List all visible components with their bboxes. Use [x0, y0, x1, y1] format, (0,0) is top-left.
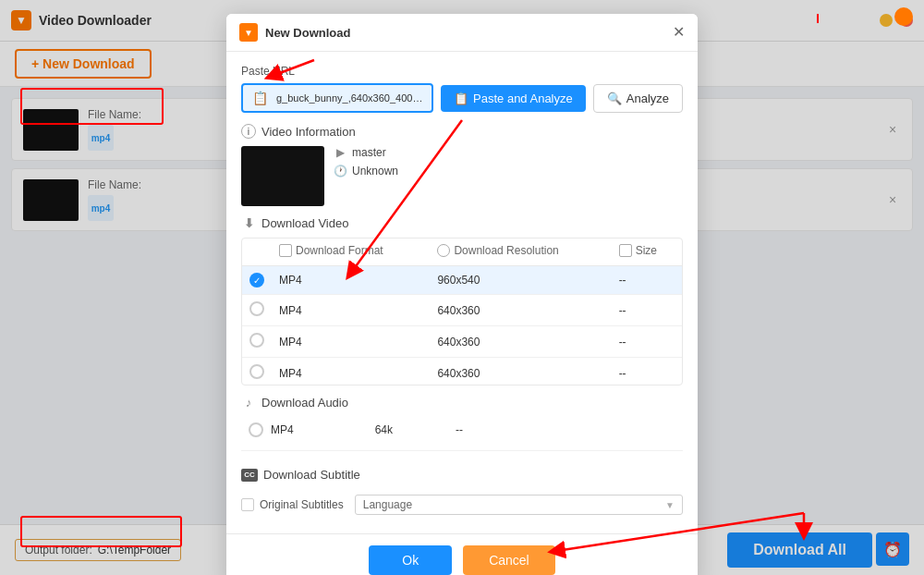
modal-body: Paste URL 📋 📋 Paste and Analyze 🔍 Analyz…: [226, 52, 698, 533]
resolution-col-header: Download Resolution: [437, 244, 558, 257]
th-size: Size: [612, 239, 682, 266]
paste-analyze-icon: 📋: [454, 92, 468, 105]
video-title-value: master: [352, 146, 386, 159]
download-subtitle-section: CC Download Subtitle Original Subtitles …: [241, 450, 683, 520]
language-label: Language: [363, 498, 412, 511]
cc-icon: CC: [241, 469, 258, 482]
download-subtitle-header: CC Download Subtitle: [241, 468, 683, 482]
url-input-row: 📋 📋 Paste and Analyze 🔍 Analyze: [241, 83, 683, 113]
resolution-th-icon: [437, 244, 450, 257]
url-label: Paste URL: [241, 65, 683, 78]
th-select: [242, 239, 272, 266]
video-title-icon: ▶: [334, 146, 346, 159]
download-subtitle-title: Download Subtitle: [263, 468, 360, 482]
download-video-table: Download Format Download Resolution: [242, 239, 682, 385]
table-row[interactable]: MP4 640x360 --: [242, 295, 682, 326]
download-audio-section: ♪ Download Audio MP4 64k --: [241, 395, 683, 443]
paste-area-icon: 📋: [247, 85, 273, 111]
download-video-icon: ⬇: [241, 215, 256, 230]
td-format-2: MP4: [272, 326, 430, 358]
modal-logo-icon: ▼: [239, 23, 258, 42]
td-format-1: MP4: [272, 295, 430, 326]
audio-format: MP4: [271, 423, 294, 436]
subtitle-row: Original Subtitles Language ▼: [241, 489, 683, 520]
new-download-modal: ▼ New Download ✕ Paste URL 📋 📋 Paste and…: [226, 14, 698, 575]
table-header-row: Download Format Download Resolution: [242, 239, 682, 266]
analyze-button[interactable]: 🔍 Analyze: [593, 84, 683, 113]
video-meta: ▶ master 🕐 Unknown: [334, 146, 683, 206]
td-resolution-3: 640x360: [430, 358, 611, 386]
audio-quality: 64k: [375, 423, 393, 436]
paste-analyze-label: Paste and Analyze: [473, 92, 573, 105]
td-radio-selected[interactable]: [242, 266, 272, 295]
video-info-row: ▶ master 🕐 Unknown: [241, 146, 683, 206]
download-video-title: Download Video: [261, 216, 348, 230]
download-audio-header: ♪ Download Audio: [241, 395, 683, 410]
analyze-label: Analyze: [626, 92, 669, 105]
video-duration-row: 🕐 Unknown: [334, 165, 683, 177]
format-col-header: Download Format: [279, 244, 383, 257]
video-title-row: ▶ master: [334, 146, 683, 159]
url-input[interactable]: [273, 89, 428, 107]
audio-row[interactable]: MP4 64k --: [241, 417, 683, 443]
modal-titlebar: ▼ New Download ✕: [226, 14, 698, 52]
modal-footer: Ok Cancel: [226, 533, 698, 575]
td-size-3: --: [612, 358, 682, 386]
th-resolution: Download Resolution: [430, 239, 611, 266]
download-audio-title: Download Audio: [261, 396, 348, 410]
info-icon: i: [241, 124, 256, 139]
url-section: Paste URL 📋 📋 Paste and Analyze 🔍 Analyz…: [241, 65, 683, 113]
td-radio-3[interactable]: [242, 358, 272, 386]
download-video-table-container[interactable]: Download Format Download Resolution: [241, 238, 683, 385]
size-th-icon: [619, 244, 632, 257]
td-radio-1[interactable]: [242, 295, 272, 326]
audio-radio[interactable]: [249, 422, 263, 437]
td-size-0: --: [612, 266, 682, 295]
download-video-header: ⬇ Download Video: [241, 215, 683, 230]
dropdown-chevron-icon: ▼: [665, 500, 675, 510]
table-row[interactable]: MP4 640x360 --: [242, 358, 682, 386]
td-resolution-1: 640x360: [430, 295, 611, 326]
checkbox-icon[interactable]: [241, 498, 254, 511]
td-format-3: MP4: [272, 358, 430, 386]
table-head: Download Format Download Resolution: [242, 239, 682, 266]
th-format: Download Format: [272, 239, 430, 266]
clock-icon: 🕐: [334, 165, 346, 177]
video-thumbnail: [241, 146, 324, 206]
modal-close-button[interactable]: ✕: [673, 25, 685, 40]
video-info-header: i Video Information: [241, 124, 683, 139]
video-duration-value: Unknown: [352, 165, 398, 177]
td-resolution-0: 960x540: [430, 266, 611, 295]
td-radio-2[interactable]: [242, 326, 272, 358]
table-row[interactable]: MP4 960x540 --: [242, 266, 682, 295]
td-format-0: MP4: [272, 266, 430, 295]
modal-overlay: ▼ New Download ✕ Paste URL 📋 📋 Paste and…: [0, 0, 924, 575]
td-size-2: --: [612, 326, 682, 358]
video-info-title: Video Information: [261, 125, 356, 139]
original-subtitles-label: Original Subtitles: [260, 498, 344, 511]
cancel-button[interactable]: Cancel: [463, 545, 555, 575]
paste-analyze-button[interactable]: 📋 Paste and Analyze: [441, 85, 586, 112]
ok-button[interactable]: Ok: [369, 545, 452, 575]
format-th-icon: [279, 244, 292, 257]
audio-icon: ♪: [241, 395, 256, 410]
td-size-1: --: [612, 295, 682, 326]
language-select[interactable]: Language ▼: [355, 495, 683, 515]
td-resolution-2: 640x360: [430, 326, 611, 358]
audio-size: --: [456, 423, 463, 436]
table-row[interactable]: MP4 640x360 --: [242, 326, 682, 358]
search-icon: 🔍: [607, 92, 622, 105]
original-subtitles-checkbox[interactable]: Original Subtitles: [241, 498, 344, 511]
modal-title: New Download: [265, 26, 350, 40]
table-body: MP4 960x540 -- MP4 640x360 -- MP4: [242, 266, 682, 386]
modal-title-left: ▼ New Download: [239, 23, 350, 42]
size-col-header: Size: [619, 244, 657, 257]
url-input-wrapper: 📋: [241, 83, 433, 113]
